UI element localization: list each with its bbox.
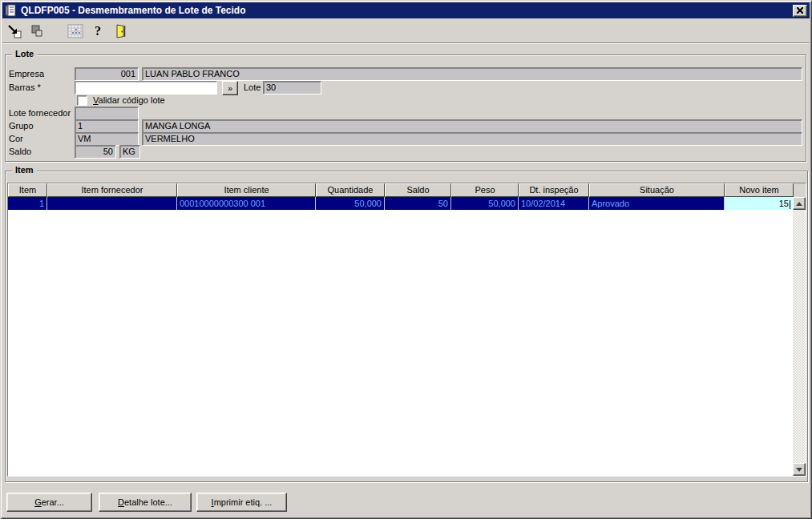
window-icon — [5, 4, 18, 17]
cor-code-field: VM — [75, 132, 139, 146]
grid-icon[interactable] — [67, 23, 84, 39]
lote-num-field: 30 — [263, 81, 321, 95]
validar-checkbox[interactable] — [77, 95, 87, 106]
cell-situacao: Aprovado — [589, 197, 725, 210]
grupo-code-field: 1 — [75, 119, 139, 133]
lote-num-label: Lote — [244, 81, 261, 95]
item-table-header: ItemItem fornecedorItem clienteQuantidad… — [8, 183, 806, 197]
cell-dt-inspecao: 10/02/2014 — [519, 197, 589, 210]
column-header-quantidade[interactable]: Quantidade — [316, 183, 385, 197]
column-header-item-cliente[interactable]: Item cliente — [177, 183, 316, 197]
toolbar-separator — [2, 42, 810, 44]
empresa-label: Empresa — [9, 67, 44, 81]
saldo-label: Saldo — [9, 145, 31, 159]
empresa-name-field: LUAN PABLO FRANCO — [142, 67, 802, 81]
arrow-down-icon — [796, 468, 802, 472]
item-group-label: Item — [12, 165, 37, 175]
grupo-label: Grupo — [9, 119, 34, 133]
item-groupbox: Item ItemItem fornecedorItem clienteQuan… — [5, 171, 808, 482]
barras-label: Barras * — [9, 81, 41, 95]
column-header-item[interactable]: Item — [8, 183, 47, 197]
exit-door-icon[interactable] — [111, 23, 129, 39]
column-header-item-fornecedor[interactable]: Item fornecedor — [47, 183, 177, 197]
cell-saldo: 50 — [385, 197, 451, 210]
saldo-field: 50 — [75, 145, 116, 159]
cell-quantidade: 50,000 — [316, 197, 385, 210]
gerar-button[interactable]: Gerar... — [6, 493, 92, 512]
scroll-up-button[interactable] — [793, 197, 806, 210]
cell-item-fornecedor — [47, 197, 177, 210]
close-icon — [797, 7, 803, 14]
scroll-down-button[interactable] — [793, 463, 806, 476]
column-header-novo-item[interactable]: Novo item — [725, 183, 794, 197]
column-header-saldo[interactable]: Saldo — [385, 183, 451, 197]
arrow-up-icon — [796, 202, 802, 206]
app-window: QLDFP005 - Desmembramento de Lote de Tec… — [0, 0, 812, 519]
item-table-body: 100010000000300 00150,0005050,00010/02/2… — [8, 197, 793, 476]
cell-item-cliente: 00010000000300 001 — [177, 197, 316, 210]
window-title: QLDFP005 - Desmembramento de Lote de Tec… — [21, 5, 246, 16]
title-bar: QLDFP005 - Desmembramento de Lote de Tec… — [2, 2, 810, 18]
column-header-peso[interactable]: Peso — [451, 183, 519, 197]
enter-arrow-icon[interactable] — [6, 23, 23, 39]
barras-input[interactable] — [75, 81, 217, 95]
cell-peso: 50,000 — [451, 197, 519, 210]
lote-group-label: Lote — [12, 49, 37, 58]
barras-expand-button[interactable]: » — [222, 81, 238, 95]
empresa-code-field: 001 — [75, 67, 139, 81]
item-table-scrollbar[interactable] — [793, 197, 806, 476]
cascade-windows-icon[interactable] — [28, 23, 46, 39]
lote-fornecedor-field — [75, 107, 139, 120]
cor-name-field: VERMELHO — [142, 132, 802, 146]
cell-item: 1 — [8, 197, 47, 210]
table-row[interactable]: 100010000000300 00150,0005050,00010/02/2… — [8, 197, 793, 210]
column-header-dt-inspecao[interactable]: Dt. inspeção — [519, 183, 589, 197]
text-caret — [790, 200, 790, 209]
close-button[interactable] — [793, 5, 807, 17]
saldo-unit-field: KG — [119, 145, 140, 159]
lote-groupbox: Lote Empresa 001 LUAN PABLO FRANCO Barra… — [5, 54, 806, 162]
cor-label: Cor — [9, 132, 23, 146]
grupo-name-field: MANGA LONGA — [142, 119, 802, 133]
cell-novo-item[interactable]: 15 — [725, 197, 794, 210]
lote-fornecedor-label: Lote fornecedor — [9, 107, 71, 120]
toolbar: ? — [2, 20, 810, 42]
imprimir-etiq-button[interactable]: Imprimir etiq. ... — [196, 493, 287, 512]
help-icon[interactable]: ? — [89, 23, 107, 39]
item-table: ItemItem fornecedorItem clienteQuantidad… — [7, 183, 806, 477]
validar-label[interactable]: Validar código lote — [93, 94, 165, 107]
detalhe-lote-button[interactable]: Detalhe lote... — [99, 493, 192, 512]
column-header-situacao[interactable]: Situação — [589, 183, 725, 197]
